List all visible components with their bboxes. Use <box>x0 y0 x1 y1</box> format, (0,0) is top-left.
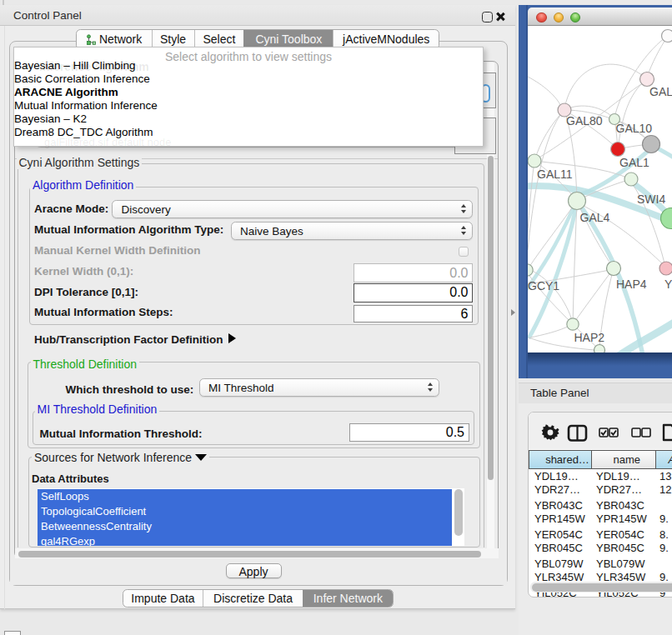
svg-text:GCY1: GCY1 <box>528 279 559 292</box>
svg-text:HAP4: HAP4 <box>616 278 647 291</box>
svg-text:GAL: GAL <box>649 85 672 98</box>
svg-text:Y: Y <box>664 278 672 291</box>
svg-text:GAL11: GAL11 <box>537 168 573 181</box>
svg-text:GAL10: GAL10 <box>616 122 653 135</box>
svg-text:SWI4: SWI4 <box>637 192 665 206</box>
svg-text:HAP2: HAP2 <box>574 331 605 344</box>
svg-text:GAL4: GAL4 <box>580 211 610 224</box>
svg-text:GAL80: GAL80 <box>566 114 603 128</box>
svg-text:GAL1: GAL1 <box>619 156 649 169</box>
